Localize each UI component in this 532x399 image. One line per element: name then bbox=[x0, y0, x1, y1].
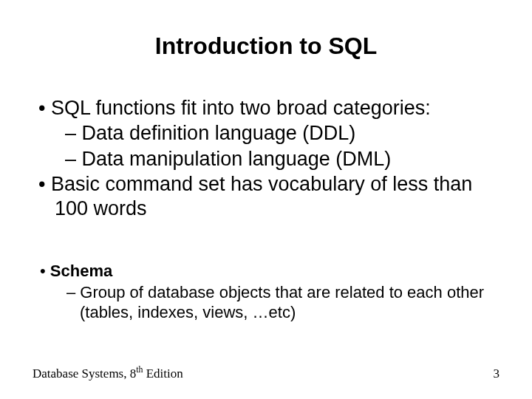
schema-label: Schema bbox=[50, 262, 112, 280]
bullet-ddl: Data definition language (DDL) bbox=[33, 121, 499, 145]
footer-text-before: Database Systems, 8 bbox=[33, 366, 136, 381]
footer-source: Database Systems, 8th Edition bbox=[33, 366, 183, 381]
bullet-dml: Data manipulation language (DML) bbox=[33, 147, 499, 171]
slide-body: SQL functions fit into two broad categor… bbox=[33, 96, 499, 222]
bullet-schema: Schema bbox=[33, 262, 499, 282]
footer-text-after: Edition bbox=[143, 366, 183, 381]
slide: Introduction to SQL SQL functions fit in… bbox=[0, 0, 532, 399]
bullet-schema-def: Group of database objects that are relat… bbox=[33, 283, 499, 323]
bullet-vocab: Basic command set has vocabulary of less… bbox=[33, 172, 499, 220]
page-number: 3 bbox=[494, 366, 500, 381]
slide-title: Introduction to SQL bbox=[0, 33, 532, 60]
bullet-categories: SQL functions fit into two broad categor… bbox=[33, 96, 499, 120]
slide-section-schema: Schema Group of database objects that ar… bbox=[33, 262, 499, 324]
